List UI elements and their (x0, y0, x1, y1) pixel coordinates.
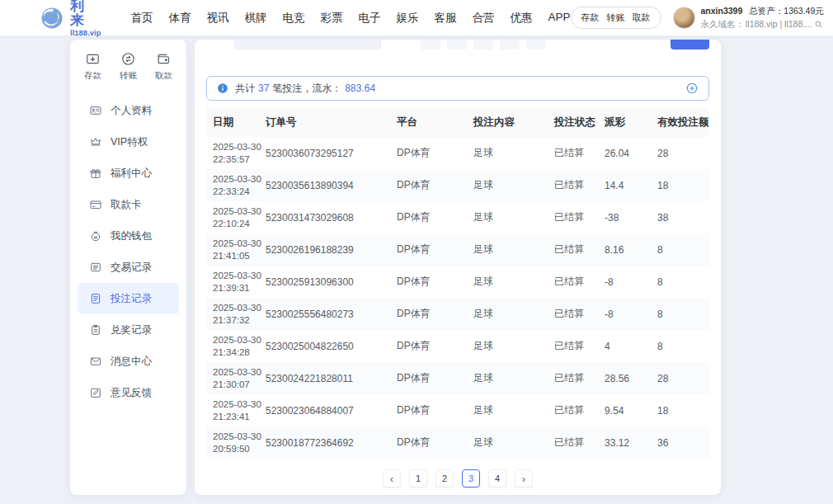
sidebar-menu-item[interactable]: 投注记录 (78, 283, 179, 314)
filter-quick-tab[interactable] (421, 40, 440, 49)
pagination: ‹ 1 2 3 4 › (195, 469, 721, 488)
quick-action[interactable]: 转账 (120, 51, 137, 82)
transfer-icon (120, 51, 136, 67)
filter-quick-tab[interactable] (447, 40, 467, 49)
cell-bet-content: 足球 (473, 146, 554, 160)
filter-quick-tab[interactable] (526, 40, 546, 49)
cell-date-day: 2025-03-30 (213, 334, 266, 346)
expand-plus-icon[interactable] (685, 82, 699, 95)
sidebar-menu-label: 个人资料 (111, 104, 152, 118)
sidebar: 存款 转账 取款 (70, 40, 186, 495)
table-header-cell: 平台 (397, 115, 473, 130)
cell-platform: DP体育 (397, 371, 473, 385)
sidebar-menu-item[interactable]: 福利中心 (78, 158, 179, 189)
sidebar-menu-item[interactable]: 意见反馈 (78, 377, 179, 408)
filter-quick-tab[interactable] (473, 40, 493, 49)
top-navbar: 利 来 ll188.vip 首页 体育 视讯 棋牌 电竞 彩票 电子 娱乐 (0, 0, 833, 36)
nav-item[interactable]: 客服 (435, 11, 457, 26)
cell-date: 2025-03-30 22:35:57 (213, 141, 266, 166)
sidebar-quick-actions: 存款 转账 取款 (70, 40, 186, 85)
quick-action[interactable]: 取款 (155, 51, 172, 82)
nav-item[interactable]: 电子 (359, 11, 381, 26)
nav-item[interactable]: 体育 (169, 11, 191, 26)
sidebar-menu-item[interactable]: 兑奖记录 (78, 314, 179, 346)
cell-date-time: 21:23:41 (213, 411, 266, 423)
sidebar-menu-item[interactable]: VIP特权 (78, 126, 179, 158)
cell-bet-content: 足球 (473, 307, 554, 321)
sidebar-menu-label: 取款卡 (111, 198, 142, 212)
page-number-button[interactable]: 3 (462, 469, 480, 488)
wallet-pill-item[interactable]: 取款 (633, 12, 651, 24)
brand-logo-icon (40, 6, 64, 31)
nav-item[interactable]: 合营 (473, 11, 495, 26)
user-box[interactable]: anxin3399总资产：1363.49元 永久域名： ll188.vip | … (673, 5, 824, 30)
filter-query-button[interactable] (671, 40, 709, 49)
table-row: 2025-03-30 21:30:07 5230024221828011 DP体… (206, 362, 709, 394)
sidebar-menu-item[interactable]: 我的钱包 (78, 220, 179, 252)
cell-order-number: 5230024221828011 (266, 373, 397, 384)
cell-payout: 8.16 (605, 244, 657, 256)
summary-prefix: 共计 (235, 82, 255, 94)
table-row: 2025-03-30 22:10:24 5230031473029608 DP体… (206, 201, 709, 233)
wallet-pill-item[interactable]: 存款 (581, 12, 600, 24)
brand-name: 利 来 (70, 0, 101, 27)
cell-order-number: 5230031473029608 (266, 212, 397, 224)
cell-date: 2025-03-30 20:59:50 (213, 431, 266, 455)
wallet-actions-pill: 存款 转账 取款 (571, 7, 661, 29)
table-row: 2025-03-30 21:23:41 5230023064884007 DP体… (206, 394, 709, 426)
search-icon[interactable] (814, 20, 823, 29)
cell-status: 已结算 (554, 371, 605, 385)
cell-valid-amount: 8 (657, 309, 709, 320)
cell-bet-content: 足球 (473, 403, 554, 417)
main-panel: 共计37笔投注，流水：883.64 日期 订单号 平台 投注 (195, 40, 721, 495)
nav-item[interactable]: 首页 (131, 11, 153, 26)
page-number-button[interactable]: 1 (409, 469, 427, 488)
cell-payout: -38 (605, 212, 657, 224)
sidebar-menu-item[interactable]: 交易记录 (78, 252, 179, 283)
nav-item[interactable]: 视讯 (207, 11, 229, 26)
cell-status: 已结算 (554, 275, 605, 289)
bet-records-table: 日期 订单号 平台 投注内容 投注状态 派彩 有效投注额 (206, 107, 709, 459)
nav-item[interactable]: 优惠 (511, 11, 533, 26)
cell-status: 已结算 (554, 403, 605, 417)
feedback-icon (89, 386, 102, 399)
nav-item[interactable]: 电竞 (283, 11, 305, 26)
page-number-button[interactable]: 4 (488, 469, 506, 488)
next-page-button[interactable]: › (515, 469, 533, 488)
prev-page-button[interactable]: ‹ (383, 469, 401, 488)
nav-item[interactable]: 彩票 (321, 11, 343, 26)
brand-logo[interactable]: 利 来 ll188.vip (40, 0, 101, 36)
quick-action-label: 取款 (155, 70, 172, 82)
sidebar-menu-item[interactable]: 取款卡 (78, 189, 179, 220)
sidebar-menu-label: 意见反馈 (111, 386, 152, 400)
filter-date-input[interactable] (234, 40, 381, 49)
cell-bet-content: 足球 (473, 275, 554, 289)
nav-item[interactable]: APP (548, 11, 571, 26)
page-number-button[interactable]: 2 (435, 469, 454, 488)
cell-status: 已结算 (554, 243, 605, 257)
cell-payout: 9.54 (605, 405, 657, 417)
cell-status: 已结算 (554, 339, 605, 353)
username: anxin3399 (701, 6, 743, 16)
cell-date-day: 2025-03-30 (213, 270, 266, 282)
cell-date-time: 21:37:32 (213, 314, 266, 327)
cell-valid-amount: 8 (657, 276, 709, 288)
cell-platform: DP体育 (397, 243, 473, 257)
cell-date-time: 21:34:28 (213, 346, 266, 359)
sidebar-menu-item[interactable]: 消息中心 (78, 346, 179, 377)
cell-date-time: 22:10:24 (213, 218, 266, 230)
app-root: 利 来 ll188.vip 首页 体育 视讯 棋牌 电竞 彩票 电子 娱乐 (0, 0, 833, 504)
filter-quick-tabs (421, 40, 546, 49)
quick-action[interactable]: 存款 (84, 51, 101, 82)
sidebar-menu-item[interactable]: 个人资料 (78, 95, 179, 126)
cell-status: 已结算 (554, 436, 605, 450)
nav-item[interactable]: 棋牌 (245, 11, 267, 26)
wallet-pill-item[interactable]: 转账 (607, 12, 625, 24)
cell-order-number: 5230035613890394 (266, 180, 397, 191)
nav-item[interactable]: 娱乐 (397, 11, 419, 26)
filter-quick-tab[interactable] (500, 40, 520, 49)
table-header-cell: 订单号 (266, 115, 397, 130)
gift-icon (89, 167, 102, 180)
user-avatar[interactable] (673, 7, 695, 29)
cell-valid-amount: 18 (657, 180, 709, 191)
